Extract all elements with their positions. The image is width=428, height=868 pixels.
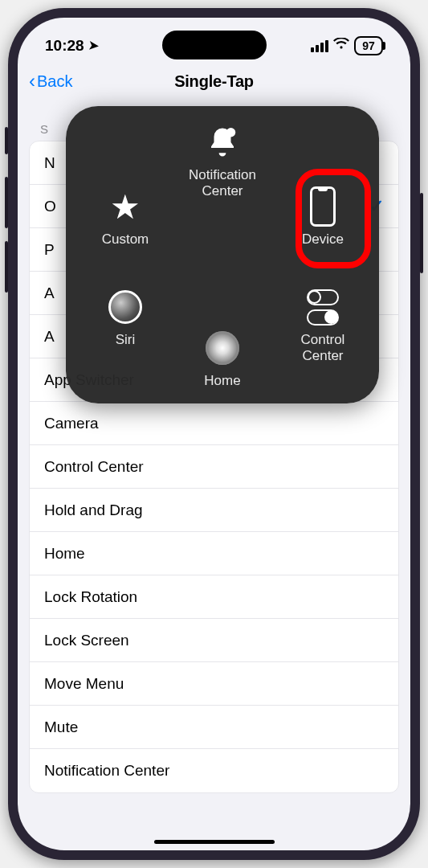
cellular-signal-icon — [311, 40, 328, 52]
at-label: Notification Center — [174, 167, 271, 199]
at-item-home[interactable]: Home — [174, 328, 271, 389]
status-time: 10:28 — [45, 37, 84, 55]
star-icon: ★ — [77, 186, 173, 227]
back-button[interactable]: ‹ Back — [29, 70, 72, 92]
at-item-custom[interactable]: ★ Custom — [77, 186, 173, 248]
list-item[interactable]: Camera — [30, 402, 398, 445]
list-item[interactable]: Notification Center — [30, 749, 398, 792]
phone-side-button — [5, 177, 8, 228]
home-button-icon — [174, 328, 271, 368]
list-item[interactable]: Mute — [30, 706, 398, 749]
list-item[interactable]: Lock Screen — [30, 619, 398, 662]
list-item[interactable]: Control Center — [30, 445, 398, 489]
list-item[interactable]: Home — [30, 532, 398, 575]
at-item-notification-center[interactable]: Notification Center — [174, 122, 271, 199]
highlight-annotation — [296, 169, 371, 268]
screen: 10:28 ➤ 97 ‹ Back Single-Tap S N O✓ — [18, 18, 410, 850]
phone-frame: 10:28 ➤ 97 ‹ Back Single-Tap S N O✓ — [8, 8, 420, 860]
assistivetouch-menu: Notification Center ★ Custom Device Siri… — [66, 106, 379, 403]
control-center-icon — [275, 287, 371, 327]
wifi-icon — [333, 38, 349, 54]
page-title: Single-Tap — [174, 72, 254, 91]
location-icon: ➤ — [88, 38, 100, 53]
bell-icon — [174, 122, 271, 162]
list-item[interactable]: Lock Rotation — [30, 575, 398, 619]
phone-side-button — [5, 127, 8, 154]
siri-icon — [77, 287, 173, 327]
at-item-control-center[interactable]: Control Center — [275, 287, 371, 363]
at-label: Control Center — [275, 332, 371, 363]
phone-side-button — [420, 193, 423, 273]
at-label: Home — [174, 373, 271, 389]
at-label: Siri — [77, 332, 173, 348]
svg-point-0 — [226, 128, 236, 137]
dynamic-island — [162, 31, 267, 59]
at-label: Custom — [77, 231, 173, 248]
phone-side-button — [5, 241, 8, 293]
nav-header: ‹ Back Single-Tap — [18, 63, 410, 100]
list-item[interactable]: Move Menu — [30, 662, 398, 706]
at-item-siri[interactable]: Siri — [77, 287, 173, 348]
back-label: Back — [37, 72, 72, 91]
home-indicator[interactable] — [154, 840, 275, 844]
list-item[interactable]: Hold and Drag — [30, 489, 398, 532]
chevron-left-icon: ‹ — [29, 70, 35, 92]
battery-indicator: 97 — [354, 36, 383, 55]
